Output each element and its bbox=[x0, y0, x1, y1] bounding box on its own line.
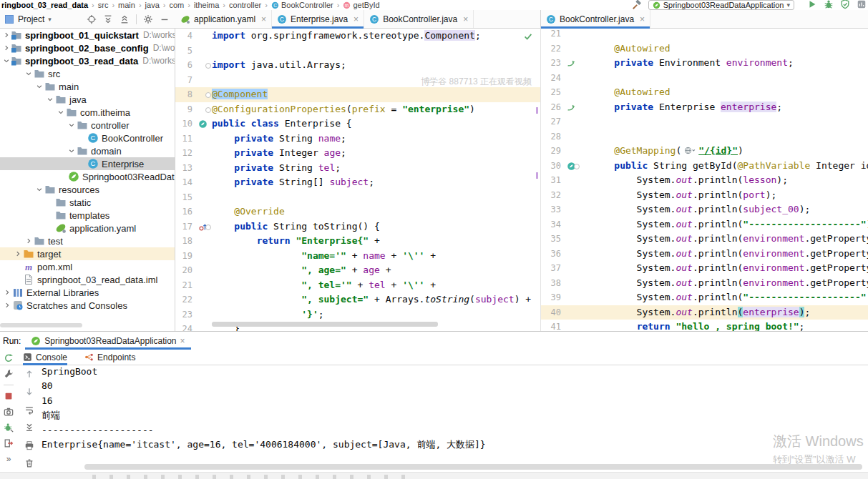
fold-marker[interactable] bbox=[205, 92, 211, 98]
chevright-icon[interactable] bbox=[3, 44, 10, 51]
code-line-37[interactable]: 37 System.out.println(environment.getPro… bbox=[541, 261, 868, 276]
chevdown-icon[interactable] bbox=[36, 83, 43, 90]
code-line-21[interactable]: 21 bbox=[541, 29, 868, 41]
code-line-8[interactable]: 8@Component bbox=[175, 87, 540, 102]
chevdown-icon[interactable] bbox=[25, 70, 32, 77]
chevright-icon[interactable] bbox=[4, 289, 11, 296]
console-output[interactable]: SpringBoot8016前端--------------------Ente… bbox=[42, 365, 865, 458]
error-stripe-mark[interactable] bbox=[536, 172, 538, 179]
tree-item-external-libraries[interactable]: External Libraries bbox=[0, 286, 175, 299]
chevdown-icon[interactable] bbox=[68, 122, 75, 129]
tree-item-springboot03readdataapplication[interactable]: Springboot03ReadDataApplication bbox=[0, 170, 175, 183]
chevdown-icon[interactable] bbox=[57, 109, 64, 116]
fold-marker[interactable] bbox=[574, 164, 580, 169]
code-line-4[interactable]: 4import org.springframework.stereotype.C… bbox=[175, 29, 540, 44]
printer-button[interactable] bbox=[24, 440, 34, 450]
tree-item-main[interactable]: main bbox=[0, 80, 175, 93]
close-icon[interactable]: × bbox=[261, 14, 266, 24]
code-line-22[interactable]: 22 ", subject=" + Arrays.toString(subjec… bbox=[175, 292, 540, 307]
code-line-38[interactable]: 38 System.out.println(environment.getPro… bbox=[541, 276, 868, 291]
close-icon[interactable]: × bbox=[463, 14, 468, 24]
code-line-34[interactable]: 34 System.out.println("-----------------… bbox=[541, 217, 868, 232]
code-line-39[interactable]: 39 System.out.println("-----------------… bbox=[541, 290, 868, 305]
chevdown-icon[interactable] bbox=[36, 186, 43, 193]
code-line-36[interactable]: 36 System.out.println(environment.getPro… bbox=[541, 247, 868, 262]
breadcrumb-item-ringboot-03-read-data[interactable]: ringboot_03_read_data bbox=[1, 1, 88, 9]
error-stripe-mark[interactable] bbox=[536, 107, 538, 114]
code-line-6[interactable]: 6import java.util.Arrays; bbox=[175, 58, 540, 73]
fold-marker[interactable] bbox=[205, 63, 211, 69]
code-line-10[interactable]: 10public class Enterprise { bbox=[175, 117, 540, 132]
breadcrumb-item-com[interactable]: com bbox=[169, 1, 184, 9]
tab-bookcontroller-java[interactable]: BookController.java× bbox=[541, 10, 650, 28]
tree-item-domain[interactable]: domain bbox=[0, 144, 175, 157]
tree-item-application-yaml[interactable]: application.yaml bbox=[0, 222, 175, 234]
editor-horizontal-scrollbar[interactable] bbox=[212, 322, 438, 327]
wrench-button[interactable] bbox=[4, 369, 14, 379]
expand-all-button[interactable] bbox=[103, 14, 113, 24]
tree-item-bookcontroller[interactable]: BookController bbox=[0, 132, 175, 144]
debug-button[interactable] bbox=[824, 0, 834, 9]
bean-icon[interactable] bbox=[198, 119, 208, 129]
chevright-icon[interactable] bbox=[25, 237, 32, 245]
breadcrumb-item-controller[interactable]: controller bbox=[229, 1, 261, 9]
tree-horizontal-scrollbar[interactable] bbox=[0, 323, 82, 327]
settings-button[interactable] bbox=[143, 14, 153, 24]
run-tab[interactable]: Springboot03ReadDataApplication× bbox=[25, 332, 190, 350]
coverage-button[interactable] bbox=[840, 0, 850, 9]
tree-item-test[interactable]: test bbox=[0, 234, 175, 247]
up-button[interactable] bbox=[24, 369, 34, 379]
tab-console[interactable]: Console bbox=[23, 350, 67, 365]
chevdown-icon[interactable] bbox=[68, 147, 75, 154]
code-line-28[interactable]: 28 bbox=[541, 129, 868, 144]
project-panel-title[interactable]: Project bbox=[18, 14, 44, 24]
build-button[interactable] bbox=[632, 0, 642, 10]
softwrap-button[interactable] bbox=[24, 405, 34, 415]
tree-item-springboot-01-quickstart[interactable]: springboot_01_quickstartD:\works bbox=[0, 29, 175, 41]
run-configuration-select[interactable]: Springboot03ReadDataApplication ▾ bbox=[648, 0, 794, 10]
tree-item-controller[interactable]: controller bbox=[0, 119, 175, 132]
chevright-icon[interactable] bbox=[4, 302, 11, 309]
editor-pane-bookcontroller[interactable]: 2122 @Autowired23 private Environment en… bbox=[540, 29, 868, 331]
tree-item-pom-xml[interactable]: pom.xml bbox=[0, 260, 175, 273]
breadcrumb-item-bookcontroller[interactable]: BookController bbox=[271, 1, 333, 9]
springbug-button[interactable] bbox=[4, 423, 14, 433]
code-line-12[interactable]: 12 private Integer age; bbox=[175, 146, 540, 161]
code-line-11[interactable]: 11 private String name; bbox=[175, 132, 540, 147]
more-button[interactable]: » bbox=[6, 454, 11, 464]
fold-marker[interactable] bbox=[205, 107, 211, 113]
code-line-18[interactable]: 18 return "Enterprise{" + bbox=[175, 234, 540, 249]
tree-item-enterprise[interactable]: Enterprise bbox=[0, 157, 175, 170]
profiler-button[interactable] bbox=[857, 0, 867, 9]
chevron-down-icon[interactable]: ▾ bbox=[48, 16, 52, 23]
code-line-35[interactable]: 35 System.out.println(environment.getPro… bbox=[541, 232, 868, 247]
code-line-15[interactable]: 15 bbox=[175, 190, 540, 205]
code-line-17[interactable]: 17 public String toString() { bbox=[175, 219, 540, 234]
tab-bookcontroller-java[interactable]: BookController.java× bbox=[364, 10, 474, 28]
console-horizontal-scrollbar[interactable] bbox=[84, 464, 862, 470]
code-line-26[interactable]: 26 private Enterprise enterprise; bbox=[541, 100, 868, 115]
code-line-41[interactable]: 41 return "hello , spring boot!"; bbox=[541, 320, 868, 331]
down-button[interactable] bbox=[24, 387, 34, 397]
tree-item-scratches-and-consoles[interactable]: Scratches and Consoles bbox=[0, 299, 175, 312]
code-line-9[interactable]: 9@ConfigurationProperties(prefix = "ente… bbox=[175, 102, 540, 117]
code-line-33[interactable]: 33 System.out.println(subject_00); bbox=[541, 202, 868, 217]
code-line-5[interactable]: 5 bbox=[175, 44, 540, 59]
close-icon[interactable]: × bbox=[640, 14, 645, 24]
tree-item-springboot-03-read-data[interactable]: springboot_03_read_dataD:\worksp bbox=[0, 54, 175, 67]
tree-item-target[interactable]: target bbox=[0, 247, 175, 260]
breadcrumb-item-itheima[interactable]: itheima bbox=[194, 1, 219, 9]
code-line-32[interactable]: 32 System.out.println(port); bbox=[541, 188, 868, 203]
code-line-27[interactable]: 27 bbox=[541, 114, 868, 129]
collapse-all-button[interactable] bbox=[120, 14, 130, 24]
code-line-31[interactable]: 31 System.out.println(lesson); bbox=[541, 173, 868, 188]
code-line-29[interactable]: 29 @GetMapping("/{id}") bbox=[541, 144, 868, 159]
tree-item-resources[interactable]: resources bbox=[0, 183, 175, 196]
fold-marker[interactable] bbox=[205, 224, 211, 230]
close-icon[interactable]: × bbox=[353, 14, 359, 24]
stop-button[interactable] bbox=[4, 391, 14, 401]
run-button[interactable] bbox=[807, 0, 817, 9]
breadcrumb-item-getbyid[interactable]: getById bbox=[343, 1, 379, 9]
editor-pane-enterprise[interactable]: 4import org.springframework.stereotype.C… bbox=[175, 29, 540, 331]
trash-button[interactable] bbox=[24, 458, 34, 468]
